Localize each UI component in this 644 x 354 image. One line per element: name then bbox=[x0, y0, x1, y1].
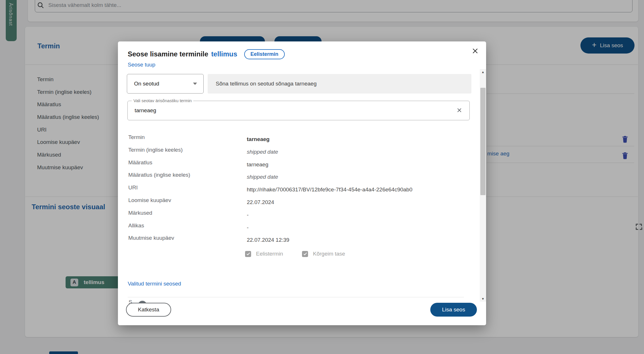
detail-row: Muutmise kuupäev 22.07.2024 12:39 bbox=[128, 234, 468, 246]
detail-row: Termin (inglise keeles) shipped date bbox=[128, 146, 468, 158]
relation-type-section-label: Seose tuup bbox=[128, 62, 155, 68]
detail-row: Määratlus tarneaeg bbox=[128, 158, 468, 171]
check-icon bbox=[246, 252, 251, 256]
relation-type-select[interactable]: On seotud bbox=[127, 74, 204, 94]
submit-relation-button[interactable]: Lisa seos bbox=[430, 303, 477, 317]
detail-row: URI http://rihake/70006317/BV/12bfe9ce-7… bbox=[128, 183, 468, 196]
close-icon[interactable] bbox=[469, 45, 481, 57]
korgeim-tase-checkbox[interactable] bbox=[302, 251, 308, 257]
detail-row: Määratlus (inglise keeles) shipped date bbox=[128, 171, 468, 183]
scroll-up-arrow-icon[interactable]: ▲ bbox=[480, 69, 486, 75]
scroll-down-arrow-icon[interactable]: ▼ bbox=[480, 296, 486, 302]
term-search-input[interactable] bbox=[135, 101, 454, 120]
relation-sentence: Sõna tellimus on seotud sõnaga tarneaeg bbox=[208, 74, 471, 94]
term-details: Termin tarneaeg Termin (inglise keeles) … bbox=[128, 133, 468, 246]
checkbox-group-eelistermin: Eelistermin bbox=[245, 251, 283, 257]
term-search-field: Vali seotav ärisõnastiku termin bbox=[127, 101, 470, 120]
detail-row: Termin tarneaeg bbox=[128, 133, 468, 146]
cancel-button[interactable]: Katkesta bbox=[126, 303, 171, 317]
check-icon bbox=[303, 252, 307, 256]
dialog-title: Seose lisamine terminile tellimus Eelist… bbox=[128, 48, 285, 60]
checkbox-label: Eelistermin bbox=[256, 251, 283, 257]
dialog-title-term: tellimus bbox=[211, 50, 237, 58]
divider bbox=[128, 297, 464, 297]
detail-row: Loomise kuupäev 22.07.2024 bbox=[128, 196, 468, 209]
detail-row: Märkused - bbox=[128, 209, 468, 221]
relation-type-value: On seotud bbox=[134, 81, 193, 87]
add-relation-dialog: Seose lisamine terminile tellimus Eelist… bbox=[118, 41, 486, 325]
modal-scrollbar[interactable]: ▲ ▼ bbox=[480, 69, 486, 302]
chevron-down-icon bbox=[193, 83, 197, 85]
clear-icon[interactable] bbox=[454, 105, 465, 116]
dialog-title-text: Seose lisamine terminile bbox=[128, 50, 208, 58]
selected-relations-section-label: Valitud termini seosed bbox=[128, 281, 181, 287]
checkbox-label: Kõrgeim tase bbox=[313, 251, 345, 257]
scrollbar-thumb[interactable] bbox=[480, 88, 486, 195]
preferred-term-chip: Eelistermin bbox=[244, 49, 285, 59]
checkbox-group-korgeim-tase: Kõrgeim tase bbox=[302, 251, 345, 257]
eelistermin-checkbox[interactable] bbox=[245, 251, 251, 257]
detail-row: Allikas - bbox=[128, 221, 468, 234]
